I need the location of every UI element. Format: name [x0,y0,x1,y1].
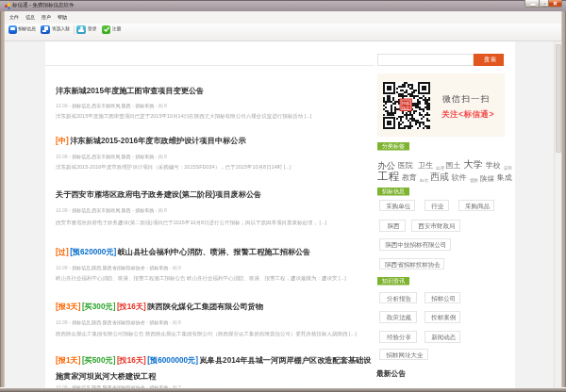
svg-text:信息: 信息 [401,106,410,110]
